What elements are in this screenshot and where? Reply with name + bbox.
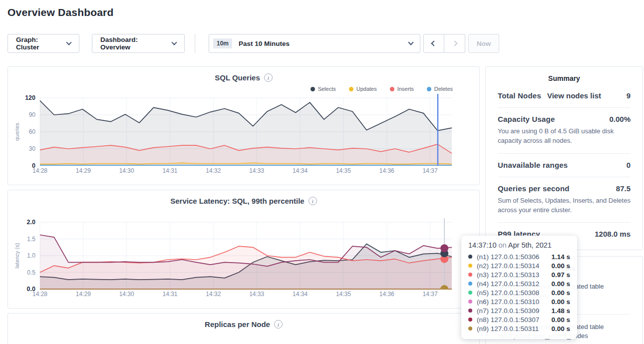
sql-queries-chart[interactable]: 030609012014:2814:2914:3014:3114:3214:33… <box>8 93 479 178</box>
info-icon[interactable]: i <box>309 197 317 205</box>
graph-dropdown[interactable]: Graph: Cluster <box>7 34 79 53</box>
summary-row-qps: Queries per second 87.5 Sum of Selects, … <box>498 177 631 223</box>
tooltip-row: (n9) 127.0.0.1:503110.00 s <box>468 324 570 333</box>
svg-text:queries: queries <box>14 122 20 141</box>
tooltip-row: (n4) 127.0.0.1:503120.00 s <box>468 279 570 288</box>
dashboard-dropdown-label: Dashboard: Overview <box>100 36 167 51</box>
legend-item[interactable]: Updates <box>349 85 377 93</box>
legend-dot-icon <box>311 87 315 91</box>
svg-text:14:36: 14:36 <box>379 291 394 298</box>
svg-text:14:33: 14:33 <box>249 291 264 298</box>
chevron-down-icon <box>66 39 72 45</box>
svg-text:14:30: 14:30 <box>119 291 134 298</box>
tooltip-row: (n7) 127.0.0.1:503091.48 s <box>468 306 570 315</box>
legend-dot-icon <box>349 87 353 91</box>
svg-text:120: 120 <box>25 94 35 101</box>
info-icon[interactable]: i <box>264 73 273 82</box>
legend-dot-icon <box>390 87 394 91</box>
svg-text:14:29: 14:29 <box>76 291 91 298</box>
svg-text:2.0: 2.0 <box>27 219 35 226</box>
dashboard-dropdown[interactable]: Dashboard: Overview <box>92 34 185 53</box>
now-button[interactable]: Now <box>468 34 499 53</box>
tooltip-node-value: 0.00 s <box>551 325 570 333</box>
svg-text:14:34: 14:34 <box>293 291 308 298</box>
tooltip-node-value: 1.48 s <box>551 307 570 315</box>
time-step-buttons <box>423 34 465 53</box>
page-title: Overview Dashboard <box>7 6 114 18</box>
summary-row-total-nodes: Total Nodes View nodes list 9 <box>498 84 631 108</box>
prev-time-button[interactable] <box>423 34 444 53</box>
tooltip-row: (n8) 127.0.0.1:503070.00 s <box>468 315 570 324</box>
legend-label: Updates <box>356 86 377 92</box>
tooltip-node-value: 0.00 s <box>551 262 570 270</box>
chart-hover-tooltip: 14:37:10 on Apr 5th, 2021 (n1) 127.0.0.1… <box>461 236 577 339</box>
chart-title: Service Latency: SQL, 99th percentile i <box>8 197 479 205</box>
tooltip-row: (n6) 127.0.0.1:503100.00 s <box>468 297 570 306</box>
tooltip-node-value: 0.00 s <box>551 280 570 288</box>
legend-label: Selects <box>318 86 336 92</box>
tooltip-node-value: 0.00 s <box>551 289 570 297</box>
chart-title: Replicas per Node i <box>8 320 479 329</box>
graph-dropdown-label: Graph: Cluster <box>16 36 61 51</box>
series-dot-icon <box>468 291 472 295</box>
sql-queries-card: SQL Queries i SelectsUpdatesInsertsDelet… <box>7 66 480 185</box>
tooltip-header: 14:37:10 on Apr 5th, 2021 <box>468 241 570 249</box>
qps-value: 87.5 <box>616 184 631 193</box>
svg-text:60: 60 <box>29 128 36 135</box>
svg-text:14:37: 14:37 <box>423 291 438 298</box>
time-range-badge: 10m <box>213 38 232 48</box>
qps-description: Sum of Selects, Updates, Inserts, and De… <box>498 196 631 215</box>
total-nodes-label: Total Nodes <box>498 91 541 100</box>
next-time-button[interactable] <box>444 34 465 53</box>
qps-label: Queries per second <box>498 184 570 193</box>
tooltip-node-value: 1.14 s <box>551 253 570 261</box>
svg-text:14:28: 14:28 <box>32 167 47 174</box>
series-dot-icon <box>468 300 472 304</box>
view-nodes-list-link[interactable]: View nodes list <box>547 91 601 100</box>
sql-queries-legend: SelectsUpdatesInsertsDeletes <box>8 85 453 93</box>
svg-text:14:35: 14:35 <box>336 167 351 174</box>
tooltip-node-label: (n9) 127.0.0.1:50311 <box>477 325 539 333</box>
chart-title: SQL Queries i <box>8 73 479 82</box>
svg-text:1.5: 1.5 <box>27 236 35 243</box>
tooltip-node-value: 0.97 s <box>551 271 570 279</box>
tooltip-node-label: (n7) 127.0.0.1:50309 <box>477 307 539 315</box>
service-latency-chart[interactable]: 0.00.51.01.52.014:2814:2914:3014:3114:32… <box>8 209 479 301</box>
replicas-per-node-card: Replicas per Node i <box>7 313 480 344</box>
series-dot-icon <box>468 282 472 286</box>
tooltip-conjunction: on <box>498 241 506 249</box>
chevron-left-icon <box>431 40 436 46</box>
tooltip-node-label: (n1) 127.0.0.1:50306 <box>477 253 539 261</box>
tooltip-node-label: (n2) 127.0.0.1:50314 <box>477 262 539 270</box>
svg-text:0.5: 0.5 <box>27 269 35 276</box>
time-range-dropdown[interactable]: 10m Past 10 Minutes <box>209 34 420 53</box>
tooltip-node-value: 0.00 s <box>551 298 570 306</box>
unavailable-ranges-label: Unavailable ranges <box>498 161 568 169</box>
series-dot-icon <box>468 318 472 322</box>
legend-item[interactable]: Inserts <box>390 85 414 93</box>
svg-text:14:34: 14:34 <box>293 167 308 174</box>
chevron-right-icon <box>452 40 457 46</box>
legend-item[interactable]: Selects <box>311 85 336 93</box>
service-latency-card: Service Latency: SQL, 99th percentile i … <box>7 190 480 309</box>
tooltip-node-label: (n6) 127.0.0.1:50310 <box>477 298 539 306</box>
tooltip-row: (n5) 127.0.0.1:503080.00 s <box>468 288 570 297</box>
total-nodes-value: 9 <box>627 91 631 100</box>
toolbar: Graph: Cluster Dashboard: Overview 10m P… <box>7 34 499 53</box>
series-dot-icon <box>468 327 472 331</box>
svg-text:14:31: 14:31 <box>163 291 178 298</box>
legend-label: Deletes <box>434 86 453 92</box>
tooltip-node-value: 0.00 s <box>551 316 570 324</box>
svg-text:1.0: 1.0 <box>27 252 35 259</box>
chevron-down-icon <box>172 39 177 45</box>
svg-text:14:29: 14:29 <box>76 167 91 174</box>
svg-text:14:37: 14:37 <box>423 167 438 174</box>
series-dot-icon <box>468 273 472 277</box>
tooltip-row: (n2) 127.0.0.1:503140.00 s <box>468 261 570 270</box>
p99-latency-value: 1208.0 ms <box>595 230 631 238</box>
legend-item[interactable]: Deletes <box>427 85 453 93</box>
info-icon[interactable]: i <box>274 320 283 329</box>
svg-text:14:30: 14:30 <box>119 167 134 174</box>
svg-text:14:32: 14:32 <box>206 167 221 174</box>
series-dot-icon <box>468 255 472 259</box>
